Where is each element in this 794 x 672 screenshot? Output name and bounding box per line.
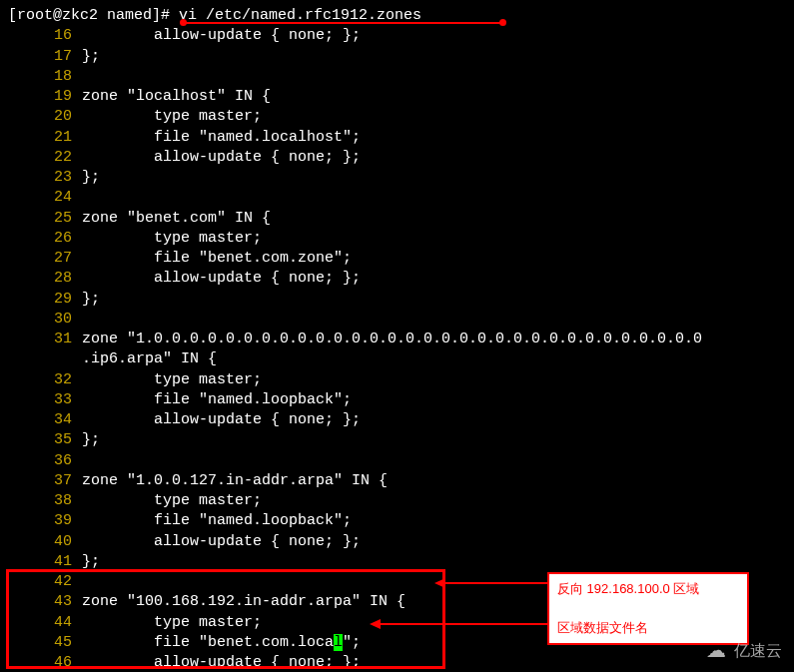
code-text: type master; <box>82 229 262 249</box>
line-number: 30 <box>8 310 82 330</box>
code-text: zone "localhost" IN { <box>82 87 271 107</box>
line-number: 39 <box>8 511 82 531</box>
code-text: allow-update { none; }; <box>82 26 361 46</box>
code-text: }; <box>82 290 100 310</box>
code-line: 16 allow-update { none; }; <box>8 26 786 46</box>
code-text: allow-update { none; }; <box>82 532 361 552</box>
annotation-box: 反向 192.168.100.0 区域 区域数据文件名 <box>547 572 749 645</box>
line-number: 44 <box>8 613 82 633</box>
line-number: 21 <box>8 128 82 148</box>
code-line: 32 type master; <box>8 370 786 390</box>
line-number: 18 <box>8 67 82 87</box>
code-line: 35}; <box>8 430 786 450</box>
line-number: 22 <box>8 148 82 168</box>
cursor: l <box>334 634 343 651</box>
code-line: 33 file "named.loopback"; <box>8 390 786 410</box>
code-line: 22 allow-update { none; }; <box>8 148 786 168</box>
code-text: }; <box>82 552 100 572</box>
line-number: 27 <box>8 249 82 269</box>
prompt-line: [root@zkc2 named]# vi /etc/named.rfc1912… <box>8 6 786 26</box>
code-line: 21 file "named.localhost"; <box>8 128 786 148</box>
code-line: 25zone "benet.com" IN { <box>8 209 786 229</box>
code-text: type master; <box>82 107 262 127</box>
code-line: 37zone "1.0.0.127.in-addr.arpa" IN { <box>8 471 786 491</box>
code-text: zone "100.168.192.in-addr.arpa" IN { <box>82 592 405 612</box>
line-number: 20 <box>8 107 82 127</box>
line-number: 40 <box>8 532 82 552</box>
line-number: 25 <box>8 209 82 229</box>
line-number: 41 <box>8 552 82 572</box>
underline-dot-right <box>499 19 506 26</box>
line-number: 34 <box>8 410 82 430</box>
line-number: 33 <box>8 390 82 410</box>
code-text: type master; <box>82 370 262 390</box>
code-text: file "named.localhost"; <box>82 128 361 148</box>
command-underline <box>181 22 505 24</box>
code-text: }; <box>82 47 100 67</box>
line-number: 46 <box>8 653 82 672</box>
line-number: 35 <box>8 430 82 450</box>
line-number: 23 <box>8 168 82 188</box>
code-line: 28 allow-update { none; }; <box>8 269 786 289</box>
code-line: 31zone "1.0.0.0.0.0.0.0.0.0.0.0.0.0.0.0.… <box>8 330 786 349</box>
code-line: 41}; <box>8 552 786 572</box>
line-number: 28 <box>8 269 82 289</box>
code-line: 19zone "localhost" IN { <box>8 87 786 107</box>
code-text: }; <box>82 168 100 188</box>
code-line: 34 allow-update { none; }; <box>8 410 786 430</box>
line-number: 43 <box>8 592 82 612</box>
code-text: allow-update { none; }; <box>82 410 361 430</box>
line-number: 16 <box>8 26 82 46</box>
code-line: 17}; <box>8 47 786 67</box>
line-number: 37 <box>8 471 82 491</box>
line-number: 45 <box>8 633 82 653</box>
code-line-wrap: .ip6.arpa" IN { <box>8 349 786 369</box>
code-text: allow-update { none; }; <box>82 148 361 168</box>
line-number: 38 <box>8 491 82 511</box>
annotation-line-2: 区域数据文件名 <box>557 619 739 637</box>
code-text: }; <box>82 430 100 450</box>
line-number: 24 <box>8 188 82 208</box>
line-number: 31 <box>8 330 82 349</box>
annotation-line-1: 反向 192.168.100.0 区域 <box>557 580 739 598</box>
code-line: 40 allow-update { none; }; <box>8 532 786 552</box>
code-line: 18 <box>8 67 786 87</box>
line-number: 29 <box>8 290 82 310</box>
watermark: 亿速云 <box>706 641 782 662</box>
code-text: type master; <box>82 491 262 511</box>
code-line: 20 type master; <box>8 107 786 127</box>
code-line: 29}; <box>8 290 786 310</box>
code-text: allow-update { none; }; <box>82 653 361 672</box>
code-text: zone "1.0.0.127.in-addr.arpa" IN { <box>82 471 388 491</box>
code-line: 38 type master; <box>8 491 786 511</box>
code-line: 26 type master; <box>8 229 786 249</box>
code-line: 27 file "benet.com.zone"; <box>8 249 786 269</box>
code-text: file "benet.com.zone"; <box>82 249 352 269</box>
watermark-text: 亿速云 <box>734 641 782 662</box>
code-text: file "named.loopback"; <box>82 511 352 531</box>
line-number: 36 <box>8 451 82 471</box>
code-text: type master; <box>82 613 262 633</box>
code-line: 23}; <box>8 168 786 188</box>
code-line: 39 file "named.loopback"; <box>8 511 786 531</box>
code-line: 30 <box>8 310 786 330</box>
line-number: 26 <box>8 229 82 249</box>
code-text: allow-update { none; }; <box>82 269 361 289</box>
code-text: file "named.loopback"; <box>82 390 352 410</box>
code-text: .ip6.arpa" IN { <box>8 349 217 369</box>
line-number: 32 <box>8 370 82 390</box>
line-number: 42 <box>8 572 82 592</box>
line-number: 19 <box>8 87 82 107</box>
cloud-icon <box>706 644 730 660</box>
code-text: file "benet.com.local"; <box>82 633 361 653</box>
code-line: 36 <box>8 451 786 471</box>
code-line: 24 <box>8 188 786 208</box>
code-text: zone "benet.com" IN { <box>82 209 271 229</box>
shell-prompt: [root@zkc2 named]# <box>8 7 179 24</box>
line-number: 17 <box>8 47 82 67</box>
code-line: 46 allow-update { none; }; <box>8 653 786 672</box>
code-text: zone "1.0.0.0.0.0.0.0.0.0.0.0.0.0.0.0.0.… <box>82 330 702 349</box>
